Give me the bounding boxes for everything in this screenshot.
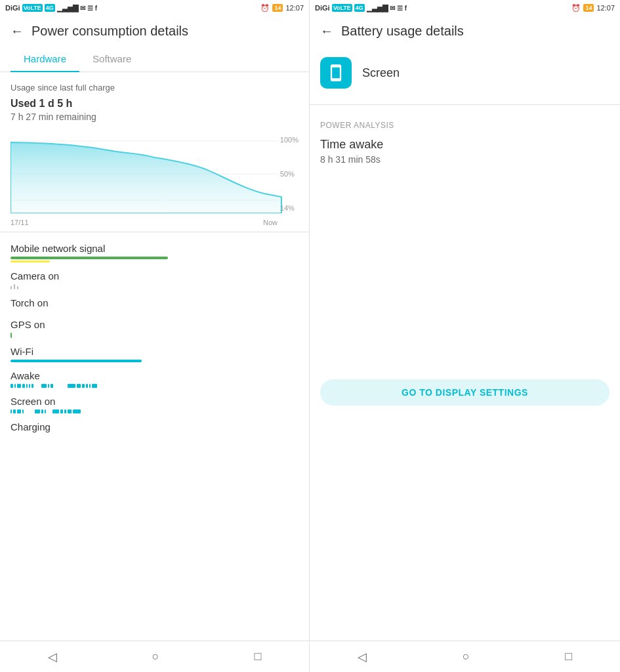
- screen-on-ticks: [10, 410, 181, 413]
- signal-item-gps: GPS on: [10, 319, 299, 338]
- nav-back-left[interactable]: ◁: [48, 650, 57, 664]
- r-time-display: 12:07: [596, 4, 615, 12]
- torch-label: Torch on: [10, 297, 299, 308]
- signal-item-screen-on: Screen on: [10, 396, 299, 413]
- bottom-button-area: GO TO DISPLAY SETTINGS: [310, 369, 620, 416]
- bottom-nav-left: ◁ ○ □: [0, 640, 309, 672]
- screen-icon: [320, 57, 352, 89]
- status-left-info: DiGi VoLTE 4G ▁▃▅▇ ✉ ☰ f: [5, 4, 97, 12]
- signal-list: Mobile network signal Camera on Torch on…: [0, 238, 309, 446]
- status-right-right-info: ⏰ 14 12:07: [571, 4, 615, 12]
- nav-recent-left[interactable]: □: [255, 650, 262, 663]
- usage-remaining: 7 h 27 min remaining: [10, 111, 299, 124]
- power-analysis-label: POWER ANALYSIS: [320, 121, 610, 130]
- mobile-network-yellow-bar: [10, 261, 50, 262]
- r-signal-bars-icon: ▁▃▅▇: [367, 4, 388, 12]
- message-icon: ✉: [80, 5, 85, 12]
- camera-ticks: [10, 284, 299, 289]
- status-right-left-info: DiGi VoLTE 4G ▁▃▅▇ ✉ ☰ f: [315, 4, 407, 12]
- gps-label: GPS on: [10, 319, 299, 330]
- wifi-bar: [10, 360, 142, 362]
- awake-ticks: [10, 384, 181, 388]
- gps-ticks: [10, 333, 299, 338]
- power-analysis-section: POWER ANALYSIS Time awake 8 h 31 min 58s: [310, 110, 620, 175]
- signal-item-mobile-network: Mobile network signal: [10, 243, 299, 262]
- screen-name-label: Screen: [362, 66, 400, 80]
- time-awake-value: 8 h 31 min 58s: [320, 154, 610, 165]
- signal-item-wifi: Wi-Fi: [10, 346, 299, 362]
- status-bar-left: DiGi VoLTE 4G ▁▃▅▇ ✉ ☰ f ⏰ 14 12:07: [0, 0, 309, 16]
- r-bookmark-icon: ☰: [397, 5, 403, 12]
- screen-item-row: Screen: [310, 47, 620, 99]
- signal-bars-icon: ▁▃▅▇: [57, 4, 78, 12]
- screen-on-label: Screen on: [10, 396, 299, 407]
- page-header: ← Power consumption details: [0, 16, 309, 47]
- screen-divider: [310, 104, 620, 105]
- camera-tick-2: [14, 284, 15, 289]
- r-alarm-icon: ⏰: [571, 4, 581, 12]
- usage-used: Used 1 d 5 h: [10, 96, 299, 111]
- charging-label: Charging: [10, 421, 299, 432]
- r-page-title: Battery usage details: [341, 24, 464, 39]
- signal-item-camera: Camera on: [10, 270, 299, 289]
- carrier-label: DiGi: [5, 4, 20, 12]
- left-panel: DiGi VoLTE 4G ▁▃▅▇ ✉ ☰ f ⏰ 14 12:07 ← Po…: [0, 0, 310, 672]
- chart-y-14: 14%: [280, 204, 299, 212]
- tab-software[interactable]: Software: [79, 47, 144, 72]
- page-title: Power consumption details: [31, 24, 188, 39]
- wifi-label: Wi-Fi: [10, 346, 299, 357]
- nav-back-right[interactable]: ◁: [358, 650, 367, 664]
- time-awake-title: Time awake: [320, 138, 610, 152]
- chart-y-50: 50%: [280, 170, 299, 178]
- signal-item-awake: Awake: [10, 370, 299, 388]
- mobile-network-label: Mobile network signal: [10, 243, 299, 254]
- chart-svg: [10, 135, 299, 213]
- signal-item-torch: Torch on: [10, 297, 299, 311]
- tabs-container: Hardware Software: [0, 47, 309, 72]
- r-back-button[interactable]: ←: [320, 24, 333, 39]
- r-volte-badge: VoLTE: [332, 4, 352, 12]
- r-message-icon: ✉: [390, 5, 395, 12]
- battery-badge: 14: [272, 4, 283, 12]
- nav-home-left[interactable]: ○: [152, 650, 159, 663]
- awake-label: Awake: [10, 370, 299, 381]
- time-display: 12:07: [285, 4, 304, 12]
- volte-badge: VoLTE: [22, 4, 43, 12]
- status-right-info: ⏰ 14 12:07: [260, 4, 304, 12]
- r-battery-badge: 14: [583, 4, 594, 12]
- tab-hardware[interactable]: Hardware: [10, 47, 79, 72]
- nav-recent-right[interactable]: □: [565, 650, 572, 663]
- usage-since-label: Usage since last full charge: [10, 83, 299, 93]
- chart-x-labels: 17/11 Now: [10, 216, 278, 229]
- mobile-network-green-bar: [10, 257, 168, 259]
- usage-section: Usage since last full charge Used 1 d 5 …: [0, 72, 309, 129]
- camera-tick-1: [10, 286, 12, 289]
- camera-tick-3: [17, 286, 18, 289]
- status-bar-right: DiGi VoLTE 4G ▁▃▅▇ ✉ ☰ f ⏰ 14 12:07: [310, 0, 620, 16]
- gps-tick: [10, 333, 12, 338]
- bottom-nav-right: ◁ ○ □: [310, 640, 620, 672]
- back-button[interactable]: ←: [10, 24, 24, 39]
- go-to-display-settings-button[interactable]: GO TO DISPLAY SETTINGS: [320, 379, 610, 406]
- chart-x-start: 17/11: [10, 219, 29, 226]
- facebook-icon: f: [95, 5, 97, 12]
- camera-label: Camera on: [10, 270, 299, 282]
- chart-x-end: Now: [263, 219, 278, 226]
- battery-chart: 100% 50% 14% 17/11 Now: [10, 135, 299, 226]
- alarm-icon: ⏰: [260, 4, 270, 12]
- chart-y-100: 100%: [280, 136, 299, 144]
- r-facebook-icon: f: [405, 5, 407, 12]
- right-panel: DiGi VoLTE 4G ▁▃▅▇ ✉ ☰ f ⏰ 14 12:07 ← Ba…: [310, 0, 620, 672]
- r-page-header: ← Battery usage details: [310, 16, 620, 47]
- chart-y-labels: 100% 50% 14%: [280, 135, 299, 213]
- r-carrier-label: DiGi: [315, 4, 330, 12]
- network-badge: 4G: [45, 4, 55, 12]
- r-network-badge: 4G: [354, 4, 365, 12]
- signal-item-charging: Charging: [10, 421, 299, 435]
- chart-divider: [0, 232, 309, 232]
- bookmark-icon: ☰: [87, 5, 93, 12]
- nav-home-right[interactable]: ○: [463, 650, 470, 663]
